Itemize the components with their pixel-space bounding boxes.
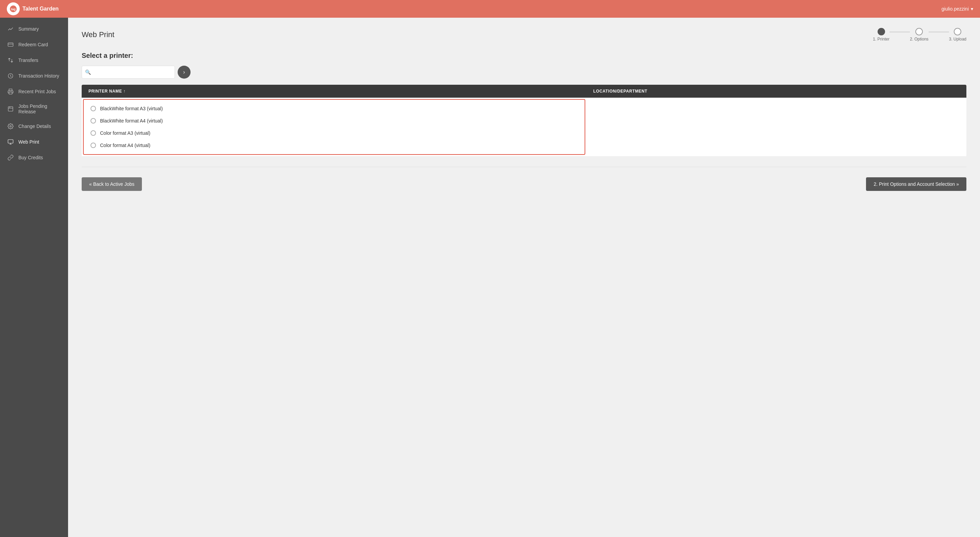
wizard-step-printer: 1. Printer bbox=[873, 28, 889, 41]
wizard-label-printer: 1. Printer bbox=[873, 37, 889, 41]
wizard-label-upload: 3. Upload bbox=[949, 37, 966, 41]
printer-list-container: BlackWhite format A3 (virtual) BlackWhit… bbox=[83, 99, 585, 155]
radio-bw-a4 bbox=[91, 118, 96, 124]
table-row: BlackWhite format A3 (virtual) BlackWhit… bbox=[82, 98, 966, 156]
wizard-circle-options bbox=[915, 28, 923, 35]
user-name: giulio.pezzini bbox=[942, 6, 969, 11]
bottom-actions: « Back to Active Jobs 2. Print Options a… bbox=[82, 177, 966, 191]
sidebar-item-change-details[interactable]: Change Details bbox=[0, 118, 68, 134]
svg-rect-6 bbox=[9, 92, 12, 94]
section-divider bbox=[82, 167, 966, 167]
sidebar-item-transaction-history[interactable]: Transaction History bbox=[0, 68, 68, 84]
svg-rect-2 bbox=[8, 43, 13, 47]
card-icon bbox=[7, 41, 14, 48]
printer-table: PRINTER NAME ↑ LOCATION/DEPARTMENT Black… bbox=[82, 85, 966, 156]
sidebar-label-recent-print-jobs: Recent Print Jobs bbox=[18, 89, 56, 94]
credits-icon bbox=[7, 154, 14, 161]
svg-rect-5 bbox=[9, 89, 12, 91]
printer-name-color-a4: Color format A4 (virtual) bbox=[100, 143, 150, 148]
wizard-connector-2 bbox=[929, 32, 949, 32]
wizard-steps: 1. Printer 2. Options 3. Upload bbox=[873, 28, 966, 41]
printer-option-color-a4[interactable]: Color format A4 (virtual) bbox=[84, 139, 585, 151]
search-bar: 🔍 › bbox=[82, 66, 191, 79]
svg-point-10 bbox=[10, 126, 11, 127]
page-title: Web Print bbox=[82, 30, 115, 39]
radio-color-a4 bbox=[91, 143, 96, 148]
content-area: Web Print 1. Printer 2. Options 3. Uploa… bbox=[68, 18, 980, 537]
sidebar: Summary Redeem Card Transfers Transactio… bbox=[0, 18, 68, 537]
sidebar-item-buy-credits[interactable]: Buy Credits bbox=[0, 150, 68, 166]
sidebar-label-web-print: Web Print bbox=[18, 139, 39, 145]
sidebar-item-web-print[interactable]: Web Print bbox=[0, 134, 68, 150]
sidebar-label-change-details: Change Details bbox=[18, 124, 51, 129]
radio-bw-a3 bbox=[91, 106, 96, 111]
printer-option-bw-a4[interactable]: BlackWhite format A4 (virtual) bbox=[84, 115, 585, 127]
pending-icon bbox=[7, 105, 14, 113]
wizard-circle-upload bbox=[954, 28, 961, 35]
search-go-button[interactable]: › bbox=[178, 66, 191, 79]
wizard-connector-1 bbox=[889, 32, 910, 32]
sidebar-item-redeem-card[interactable]: Redeem Card bbox=[0, 37, 68, 53]
sidebar-label-transfers: Transfers bbox=[18, 57, 38, 63]
svg-rect-7 bbox=[8, 107, 13, 111]
printer-list-cell: BlackWhite format A3 (virtual) BlackWhit… bbox=[82, 98, 587, 156]
user-menu[interactable]: giulio.pezzini ▾ bbox=[942, 6, 973, 11]
search-wrapper: 🔍 bbox=[82, 66, 175, 79]
print-icon bbox=[7, 88, 14, 95]
print-options-button[interactable]: 2. Print Options and Account Selection » bbox=[866, 177, 966, 191]
wizard-label-options: 2. Options bbox=[910, 37, 929, 41]
section-title: Select a printer: bbox=[82, 52, 966, 59]
logo: tag Talent Garden bbox=[7, 2, 59, 15]
logo-icon: tag bbox=[7, 2, 20, 15]
printer-name-bw-a3: BlackWhite format A3 (virtual) bbox=[100, 106, 163, 111]
table-header-row: PRINTER NAME ↑ LOCATION/DEPARTMENT bbox=[82, 85, 966, 98]
chart-icon bbox=[7, 25, 14, 33]
col-location: LOCATION/DEPARTMENT bbox=[587, 85, 966, 98]
main-layout: Summary Redeem Card Transfers Transactio… bbox=[0, 18, 980, 537]
sidebar-item-recent-print-jobs[interactable]: Recent Print Jobs bbox=[0, 84, 68, 99]
sidebar-label-buy-credits: Buy Credits bbox=[18, 155, 43, 160]
brand-name: Talent Garden bbox=[22, 6, 59, 12]
printer-option-color-a3[interactable]: Color format A3 (virtual) bbox=[84, 127, 585, 139]
wizard-step-options: 2. Options bbox=[910, 28, 929, 41]
sidebar-label-jobs-pending: Jobs Pending Release bbox=[18, 104, 61, 114]
sidebar-label-redeem-card: Redeem Card bbox=[18, 42, 48, 47]
sidebar-item-transfers[interactable]: Transfers bbox=[0, 53, 68, 68]
webprint-icon bbox=[7, 138, 14, 146]
back-to-active-jobs-button[interactable]: « Back to Active Jobs bbox=[82, 177, 142, 191]
col-printer-name: PRINTER NAME ↑ bbox=[82, 85, 587, 98]
svg-rect-11 bbox=[8, 140, 13, 143]
wizard-step-upload: 3. Upload bbox=[949, 28, 966, 41]
page-header: Web Print 1. Printer 2. Options 3. Uploa… bbox=[82, 28, 966, 41]
search-icon: 🔍 bbox=[85, 69, 91, 75]
sidebar-label-summary: Summary bbox=[18, 26, 39, 32]
topbar: tag Talent Garden giulio.pezzini ▾ bbox=[0, 0, 980, 18]
transfer-icon bbox=[7, 56, 14, 64]
svg-text:tag: tag bbox=[11, 8, 16, 11]
sidebar-label-transaction-history: Transaction History bbox=[18, 73, 59, 79]
sidebar-item-summary[interactable]: Summary bbox=[0, 21, 68, 37]
location-cell bbox=[587, 98, 966, 156]
history-icon bbox=[7, 72, 14, 80]
search-input[interactable] bbox=[82, 66, 175, 79]
sidebar-item-jobs-pending-release[interactable]: Jobs Pending Release bbox=[0, 99, 68, 118]
printer-name-color-a3: Color format A3 (virtual) bbox=[100, 130, 150, 136]
gear-icon bbox=[7, 123, 14, 130]
user-chevron-icon: ▾ bbox=[971, 6, 973, 11]
wizard-circle-printer bbox=[878, 28, 885, 35]
radio-color-a3 bbox=[91, 130, 96, 136]
printer-option-bw-a3[interactable]: BlackWhite format A3 (virtual) bbox=[84, 102, 585, 115]
printer-name-bw-a4: BlackWhite format A4 (virtual) bbox=[100, 118, 163, 124]
